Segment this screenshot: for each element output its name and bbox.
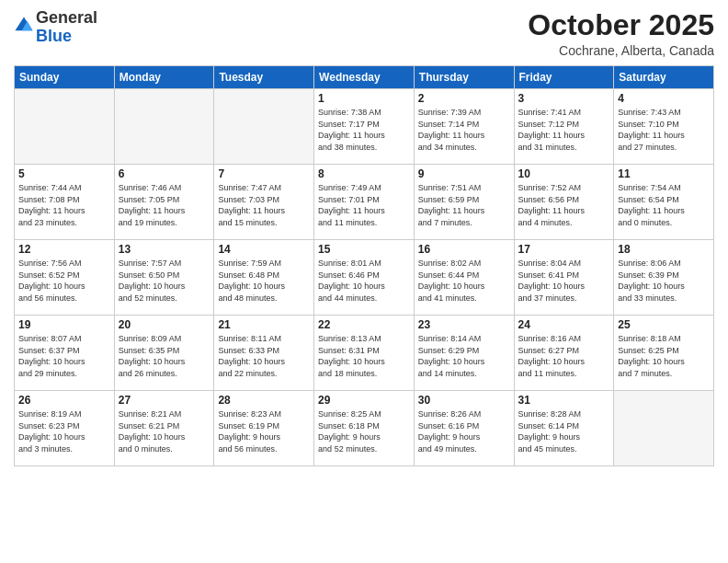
table-row: 30Sunrise: 8:26 AM Sunset: 6:16 PM Dayli… [414, 391, 514, 466]
table-row: 8Sunrise: 7:49 AM Sunset: 7:01 PM Daylig… [314, 165, 415, 240]
day-info: Sunrise: 7:39 AM Sunset: 7:14 PM Dayligh… [418, 107, 510, 153]
day-number: 28 [218, 394, 310, 407]
day-info: Sunrise: 7:56 AM Sunset: 6:52 PM Dayligh… [18, 258, 110, 304]
day-info: Sunrise: 8:19 AM Sunset: 6:23 PM Dayligh… [18, 408, 110, 454]
day-info: Sunrise: 8:14 AM Sunset: 6:29 PM Dayligh… [418, 333, 510, 379]
day-number: 29 [318, 394, 410, 407]
day-info: Sunrise: 8:13 AM Sunset: 6:31 PM Dayligh… [318, 333, 410, 379]
header: General Blue October 2025 Cochrane, Albe… [14, 9, 714, 58]
day-number: 23 [418, 318, 510, 331]
day-number: 15 [318, 243, 410, 256]
day-info: Sunrise: 8:07 AM Sunset: 6:37 PM Dayligh… [18, 333, 110, 379]
day-number: 14 [218, 243, 310, 256]
day-info: Sunrise: 8:06 AM Sunset: 6:39 PM Dayligh… [618, 258, 710, 304]
day-info: Sunrise: 8:26 AM Sunset: 6:16 PM Dayligh… [418, 408, 510, 454]
day-number: 22 [318, 318, 410, 331]
table-row: 26Sunrise: 8:19 AM Sunset: 6:23 PM Dayli… [15, 391, 115, 466]
day-number: 11 [618, 167, 710, 180]
col-sunday: Sunday [15, 66, 115, 89]
day-number: 20 [119, 318, 210, 331]
col-monday: Monday [114, 66, 214, 89]
day-number: 19 [18, 318, 110, 331]
table-row: 25Sunrise: 8:18 AM Sunset: 6:25 PM Dayli… [614, 316, 714, 391]
day-number: 3 [518, 92, 610, 105]
table-row [214, 89, 314, 165]
table-row: 20Sunrise: 8:09 AM Sunset: 6:35 PM Dayli… [114, 316, 214, 391]
day-info: Sunrise: 7:51 AM Sunset: 6:59 PM Dayligh… [418, 182, 510, 228]
title-block: October 2025 Cochrane, Alberta, Canada [528, 9, 714, 58]
day-number: 10 [518, 167, 610, 180]
calendar-header-row: Sunday Monday Tuesday Wednesday Thursday… [15, 66, 714, 89]
day-info: Sunrise: 7:43 AM Sunset: 7:10 PM Dayligh… [618, 107, 710, 153]
day-number: 25 [618, 318, 710, 331]
table-row: 19Sunrise: 8:07 AM Sunset: 6:37 PM Dayli… [15, 316, 115, 391]
day-info: Sunrise: 7:54 AM Sunset: 6:54 PM Dayligh… [618, 182, 710, 228]
day-number: 24 [518, 318, 610, 331]
day-info: Sunrise: 7:57 AM Sunset: 6:50 PM Dayligh… [119, 258, 210, 304]
logo-blue: Blue [36, 27, 72, 45]
day-info: Sunrise: 8:23 AM Sunset: 6:19 PM Dayligh… [218, 408, 310, 454]
table-row [15, 89, 115, 165]
table-row: 5Sunrise: 7:44 AM Sunset: 7:08 PM Daylig… [15, 165, 115, 240]
day-info: Sunrise: 7:47 AM Sunset: 7:03 PM Dayligh… [218, 182, 310, 228]
day-info: Sunrise: 8:11 AM Sunset: 6:33 PM Dayligh… [218, 333, 310, 379]
calendar-week-row: 5Sunrise: 7:44 AM Sunset: 7:08 PM Daylig… [15, 165, 714, 240]
page: General Blue October 2025 Cochrane, Albe… [0, 0, 728, 563]
table-row: 27Sunrise: 8:21 AM Sunset: 6:21 PM Dayli… [114, 391, 214, 466]
day-number: 31 [518, 394, 610, 407]
table-row: 23Sunrise: 8:14 AM Sunset: 6:29 PM Dayli… [414, 316, 514, 391]
day-number: 5 [18, 167, 110, 180]
table-row: 29Sunrise: 8:25 AM Sunset: 6:18 PM Dayli… [314, 391, 415, 466]
day-info: Sunrise: 7:41 AM Sunset: 7:12 PM Dayligh… [518, 107, 610, 153]
table-row: 2Sunrise: 7:39 AM Sunset: 7:14 PM Daylig… [414, 89, 514, 165]
logo: General Blue [14, 9, 97, 46]
col-saturday: Saturday [614, 66, 714, 89]
day-number: 8 [318, 167, 410, 180]
table-row: 28Sunrise: 8:23 AM Sunset: 6:19 PM Dayli… [214, 391, 314, 466]
table-row: 21Sunrise: 8:11 AM Sunset: 6:33 PM Dayli… [214, 316, 314, 391]
calendar: Sunday Monday Tuesday Wednesday Thursday… [14, 65, 714, 466]
month-title: October 2025 [528, 9, 714, 41]
table-row: 17Sunrise: 8:04 AM Sunset: 6:41 PM Dayli… [514, 240, 614, 316]
table-row: 3Sunrise: 7:41 AM Sunset: 7:12 PM Daylig… [514, 89, 614, 165]
day-number: 18 [618, 243, 710, 256]
logo-text: General Blue [36, 9, 97, 46]
day-number: 17 [518, 243, 610, 256]
col-thursday: Thursday [414, 66, 514, 89]
day-info: Sunrise: 8:28 AM Sunset: 6:14 PM Dayligh… [518, 408, 610, 454]
table-row: 10Sunrise: 7:52 AM Sunset: 6:56 PM Dayli… [514, 165, 614, 240]
table-row: 9Sunrise: 7:51 AM Sunset: 6:59 PM Daylig… [414, 165, 514, 240]
table-row: 6Sunrise: 7:46 AM Sunset: 7:05 PM Daylig… [114, 165, 214, 240]
day-number: 6 [119, 167, 210, 180]
table-row: 22Sunrise: 8:13 AM Sunset: 6:31 PM Dayli… [314, 316, 415, 391]
day-number: 1 [318, 92, 410, 105]
table-row: 18Sunrise: 8:06 AM Sunset: 6:39 PM Dayli… [614, 240, 714, 316]
table-row: 14Sunrise: 7:59 AM Sunset: 6:48 PM Dayli… [214, 240, 314, 316]
calendar-week-row: 19Sunrise: 8:07 AM Sunset: 6:37 PM Dayli… [15, 316, 714, 391]
table-row: 31Sunrise: 8:28 AM Sunset: 6:14 PM Dayli… [514, 391, 614, 466]
day-info: Sunrise: 7:59 AM Sunset: 6:48 PM Dayligh… [218, 258, 310, 304]
day-number: 2 [418, 92, 510, 105]
col-wednesday: Wednesday [314, 66, 415, 89]
day-number: 26 [18, 394, 110, 407]
day-info: Sunrise: 7:44 AM Sunset: 7:08 PM Dayligh… [18, 182, 110, 228]
day-info: Sunrise: 8:02 AM Sunset: 6:44 PM Dayligh… [418, 258, 510, 304]
day-number: 16 [418, 243, 510, 256]
logo-general: General [36, 8, 97, 27]
day-info: Sunrise: 8:09 AM Sunset: 6:35 PM Dayligh… [119, 333, 210, 379]
day-info: Sunrise: 8:25 AM Sunset: 6:18 PM Dayligh… [318, 408, 410, 454]
table-row: 15Sunrise: 8:01 AM Sunset: 6:46 PM Dayli… [314, 240, 415, 316]
location: Cochrane, Alberta, Canada [528, 43, 714, 58]
day-info: Sunrise: 8:21 AM Sunset: 6:21 PM Dayligh… [119, 408, 210, 454]
table-row: 4Sunrise: 7:43 AM Sunset: 7:10 PM Daylig… [614, 89, 714, 165]
day-number: 4 [618, 92, 710, 105]
table-row: 7Sunrise: 7:47 AM Sunset: 7:03 PM Daylig… [214, 165, 314, 240]
table-row [614, 391, 714, 466]
day-info: Sunrise: 8:01 AM Sunset: 6:46 PM Dayligh… [318, 258, 410, 304]
day-info: Sunrise: 7:52 AM Sunset: 6:56 PM Dayligh… [518, 182, 610, 228]
day-number: 30 [418, 394, 510, 407]
day-info: Sunrise: 8:18 AM Sunset: 6:25 PM Dayligh… [618, 333, 710, 379]
calendar-week-row: 1Sunrise: 7:38 AM Sunset: 7:17 PM Daylig… [15, 89, 714, 165]
day-number: 12 [18, 243, 110, 256]
calendar-week-row: 26Sunrise: 8:19 AM Sunset: 6:23 PM Dayli… [15, 391, 714, 466]
